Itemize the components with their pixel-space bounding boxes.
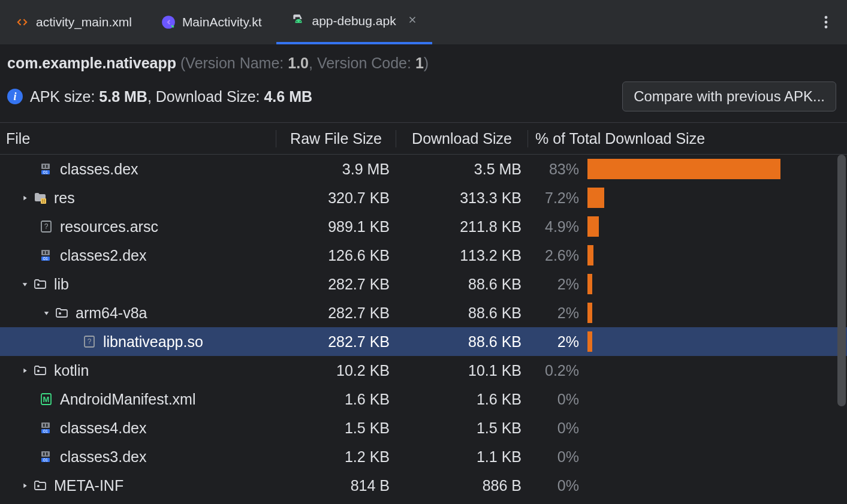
svg-rect-35 [41,451,50,457]
percent-cell: 83% [528,159,847,179]
manifest-icon: M [38,391,54,407]
percent-text: 0% [528,391,579,408]
compare-apk-button[interactable]: Compare with previous APK... [622,82,836,111]
percent-text: 83% [528,161,579,178]
scrollbar[interactable] [837,155,846,442]
column-header-download-size[interactable]: Download Size [396,130,528,147]
chevron-right-icon[interactable] [17,482,32,490]
table-row[interactable]: 01 classes3.dex 1.2 KB 1.1 KB 0% [0,442,847,471]
svg-point-4 [825,21,828,24]
chevron-down-icon[interactable] [17,280,32,288]
raw-file-size: 989.1 KB [276,218,396,236]
table-row[interactable]: lib 282.7 KB 88.6 KB 2% [0,270,847,298]
percent-bar [587,331,592,352]
apk-size-label: APK size: [30,88,99,105]
svg-point-5 [825,26,828,29]
apk-size-bar: i APK size: 5.8 MB, Download Size: 4.6 M… [0,77,847,122]
percent-bar [587,274,592,294]
file-name: arm64-v8a [76,304,147,322]
column-header-raw-size[interactable]: Raw File Size [276,130,396,147]
editor-tab-bar: activity_main.xml MainActivity.kt app-de… [0,0,847,45]
svg-rect-7 [43,165,45,168]
svg-rect-18 [41,250,50,255]
kotlin-file-icon [161,14,176,30]
file-name: kotlin [54,362,89,379]
percent-bar-container [587,360,835,381]
version-code-label: , Version Code: [309,55,415,71]
column-header-file[interactable]: File [0,130,276,147]
percent-bar-container [587,159,835,179]
file-name: resources.arsc [60,218,158,236]
percent-cell: 0% [528,418,847,438]
raw-file-size: 282.7 KB [276,304,396,322]
table-row[interactable]: kotlin 10.2 KB 10.1 KB 0.2% [0,356,847,385]
download-size: 88.6 KB [396,276,528,293]
table-row[interactable]: ? libnativeapp.so 282.7 KB 88.6 KB 2% [0,327,847,356]
info-icon: i [7,89,23,104]
percent-cell: 2.6% [528,245,847,265]
table-row[interactable]: 01 classes4.dex 1.5 KB 1.5 KB 0% [0,414,847,442]
chevron-down-icon[interactable] [38,309,54,317]
apk-size-value: 5.8 MB [99,88,147,105]
percent-cell: 0% [528,389,847,409]
file-name: classes.dex [60,161,138,178]
table-row[interactable]: res 320.7 KB 313.3 KB 7.2% [0,183,847,212]
tab-label: MainActivity.kt [182,15,262,29]
tab-activity-main[interactable]: activity_main.xml [0,0,146,44]
tab-main-activity[interactable]: MainActivity.kt [146,0,276,44]
svg-point-23 [37,283,40,286]
percent-bar-container [587,331,835,352]
svg-rect-36 [43,452,45,455]
table-row[interactable]: 01 classes.dex 3.9 MB 3.5 MB 83% [0,155,847,183]
apk-size-info: i APK size: 5.8 MB, Download Size: 4.6 M… [7,88,312,105]
close-icon[interactable] [407,14,418,28]
table-row[interactable]: 01 classes2.dex 126.6 KB 113.2 KB 2.6% [0,241,847,270]
table-row[interactable]: ? resources.arsc 989.1 KB 211.8 KB 4.9% [0,212,847,241]
scrollbar-thumb[interactable] [837,155,846,406]
percent-text: 0% [528,420,579,437]
table-row[interactable]: M AndroidManifest.xml 1.6 KB 1.6 KB 0% [0,385,847,414]
download-size: 88.6 KB [396,304,528,322]
file-name: classes2.dex [60,247,147,264]
percent-bar [587,188,604,208]
package-close-paren: ) [424,55,429,71]
svg-rect-12 [42,200,43,201]
chevron-right-icon[interactable] [17,194,32,202]
tab-label: activity_main.xml [36,15,132,29]
svg-point-1 [296,21,297,22]
percent-text: 0% [528,477,579,494]
percent-bar-container [587,446,835,467]
percent-cell: 0% [528,446,847,467]
tab-app-debug-apk[interactable]: app-debug.apk [276,0,432,44]
raw-file-size: 320.7 KB [276,189,396,207]
percent-bar-container [587,188,835,208]
column-header-percent[interactable]: % of Total Download Size [528,130,847,147]
kebab-menu-icon[interactable] [817,13,835,31]
percent-cell: 2% [528,303,847,323]
download-size: 88.6 KB [396,333,528,351]
download-size: 886 B [396,477,528,494]
folder-lib-icon [32,276,48,292]
svg-point-27 [37,370,40,372]
svg-text:?: ? [44,222,49,231]
download-size-value: 4.6 MB [264,88,312,105]
svg-point-40 [37,485,40,487]
file-name: META-INF [54,477,123,494]
percent-cell: 2% [528,331,847,352]
svg-text:01: 01 [43,170,48,174]
raw-file-size: 3.9 MB [276,161,396,178]
percent-text: 2.6% [528,247,579,264]
svg-rect-11 [41,198,46,204]
unknown-icon: ? [38,219,54,234]
version-name-label: (Version Name: [176,55,288,71]
table-row[interactable]: META-INF 814 B 886 B 0% [0,471,847,500]
raw-file-size: 10.2 KB [276,362,396,379]
raw-file-size: 1.6 KB [276,391,396,408]
percent-bar-container [587,418,835,438]
table-row[interactable]: arm64-v8a 282.7 KB 88.6 KB 2% [0,298,847,327]
chevron-right-icon[interactable] [17,367,32,375]
dex-icon: 01 [38,161,54,177]
percent-text: 0% [528,448,579,466]
percent-cell: 2% [528,274,847,294]
svg-text:01: 01 [43,429,48,433]
